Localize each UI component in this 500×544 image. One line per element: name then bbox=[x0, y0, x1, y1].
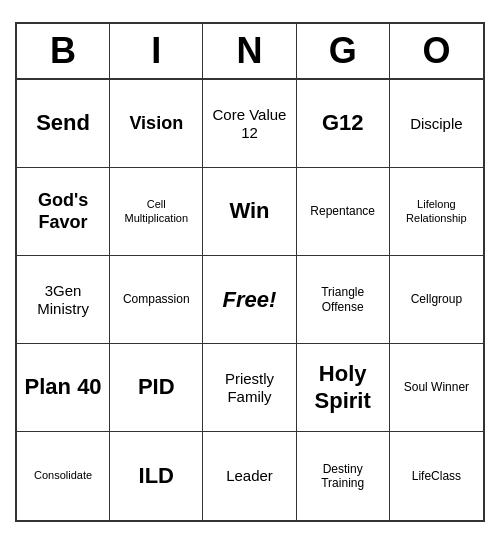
bingo-card: BINGO SendVisionCore Value 12G12Disciple… bbox=[15, 22, 485, 522]
bingo-cell-16: PID bbox=[110, 344, 203, 432]
bingo-cell-2: Core Value 12 bbox=[203, 80, 296, 168]
bingo-cell-24: LifeClass bbox=[390, 432, 483, 520]
bingo-cell-text-10: 3Gen Ministry bbox=[21, 282, 105, 318]
bingo-cell-0: Send bbox=[17, 80, 110, 168]
bingo-cell-3: G12 bbox=[297, 80, 390, 168]
bingo-cell-23: Destiny Training bbox=[297, 432, 390, 520]
bingo-cell-text-20: Consolidate bbox=[34, 469, 92, 482]
header-letter-O: O bbox=[390, 24, 483, 78]
bingo-cell-11: Compassion bbox=[110, 256, 203, 344]
bingo-cell-text-0: Send bbox=[36, 110, 90, 136]
bingo-cell-18: Holy Spirit bbox=[297, 344, 390, 432]
bingo-cell-10: 3Gen Ministry bbox=[17, 256, 110, 344]
bingo-cell-text-3: G12 bbox=[322, 110, 364, 136]
bingo-cell-text-5: God's Favor bbox=[21, 190, 105, 233]
bingo-grid: SendVisionCore Value 12G12DiscipleGod's … bbox=[17, 80, 483, 520]
bingo-cell-text-21: ILD bbox=[139, 463, 174, 489]
bingo-cell-6: Cell Multiplication bbox=[110, 168, 203, 256]
bingo-cell-text-16: PID bbox=[138, 374, 175, 400]
bingo-header: BINGO bbox=[17, 24, 483, 80]
header-letter-B: B bbox=[17, 24, 110, 78]
bingo-cell-text-13: Triangle Offense bbox=[301, 285, 385, 314]
bingo-cell-12: Free! bbox=[203, 256, 296, 344]
header-letter-I: I bbox=[110, 24, 203, 78]
bingo-cell-15: Plan 40 bbox=[17, 344, 110, 432]
bingo-cell-9: Lifelong Relationship bbox=[390, 168, 483, 256]
bingo-cell-4: Disciple bbox=[390, 80, 483, 168]
bingo-cell-text-18: Holy Spirit bbox=[301, 361, 385, 414]
bingo-cell-text-2: Core Value 12 bbox=[207, 106, 291, 142]
bingo-cell-20: Consolidate bbox=[17, 432, 110, 520]
bingo-cell-text-7: Win bbox=[229, 198, 269, 224]
header-letter-N: N bbox=[203, 24, 296, 78]
bingo-cell-text-23: Destiny Training bbox=[301, 462, 385, 491]
bingo-cell-17: Priestly Family bbox=[203, 344, 296, 432]
bingo-cell-1: Vision bbox=[110, 80, 203, 168]
bingo-cell-text-4: Disciple bbox=[410, 115, 463, 133]
bingo-cell-text-14: Cellgroup bbox=[411, 292, 462, 306]
bingo-cell-text-12: Free! bbox=[223, 287, 277, 313]
bingo-cell-19: Soul Winner bbox=[390, 344, 483, 432]
bingo-cell-22: Leader bbox=[203, 432, 296, 520]
bingo-cell-text-6: Cell Multiplication bbox=[114, 198, 198, 224]
bingo-cell-text-24: LifeClass bbox=[412, 469, 461, 483]
bingo-cell-7: Win bbox=[203, 168, 296, 256]
bingo-cell-text-8: Repentance bbox=[310, 204, 375, 218]
bingo-cell-text-15: Plan 40 bbox=[25, 374, 102, 400]
bingo-cell-13: Triangle Offense bbox=[297, 256, 390, 344]
bingo-cell-8: Repentance bbox=[297, 168, 390, 256]
bingo-cell-21: ILD bbox=[110, 432, 203, 520]
bingo-cell-5: God's Favor bbox=[17, 168, 110, 256]
bingo-cell-14: Cellgroup bbox=[390, 256, 483, 344]
bingo-cell-text-22: Leader bbox=[226, 467, 273, 485]
header-letter-G: G bbox=[297, 24, 390, 78]
bingo-cell-text-9: Lifelong Relationship bbox=[394, 198, 479, 224]
bingo-cell-text-19: Soul Winner bbox=[404, 380, 469, 394]
bingo-cell-text-1: Vision bbox=[129, 113, 183, 135]
bingo-cell-text-17: Priestly Family bbox=[207, 370, 291, 406]
bingo-cell-text-11: Compassion bbox=[123, 292, 190, 306]
